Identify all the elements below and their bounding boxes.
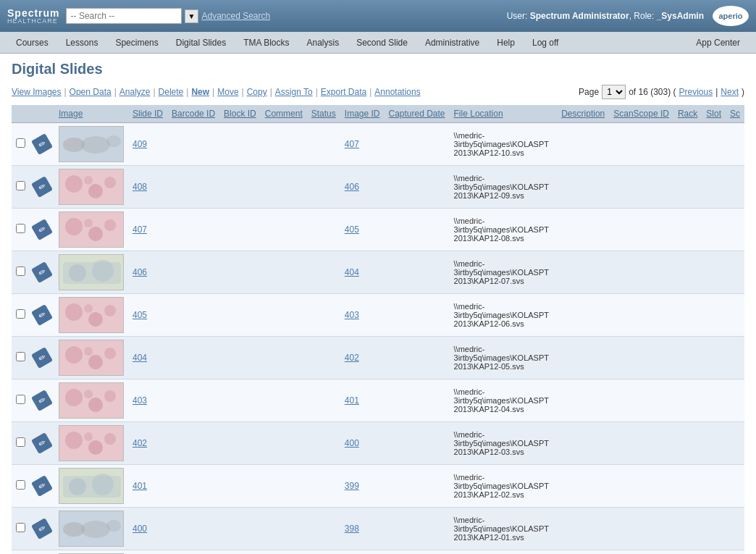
- row-thumb[interactable]: [54, 379, 128, 422]
- svg-point-29: [65, 389, 83, 406]
- row-slide-id[interactable]: 401: [128, 465, 167, 508]
- row-image-id[interactable]: 398: [340, 508, 385, 550]
- row-slide-id[interactable]: 403: [128, 379, 167, 422]
- row-image-id[interactable]: 405: [340, 209, 385, 251]
- row-thumb[interactable]: [54, 166, 128, 209]
- nav-analysis[interactable]: Analysis: [298, 33, 348, 52]
- row-image-id[interactable]: 401: [340, 379, 385, 422]
- edit-icon[interactable]: ✏: [31, 219, 53, 240]
- export-data-link[interactable]: Export Data: [321, 87, 366, 97]
- row-thumb[interactable]: [54, 508, 128, 550]
- new-link[interactable]: New: [191, 87, 209, 97]
- nav-logoff[interactable]: Log off: [524, 33, 567, 52]
- row-checkbox-input[interactable]: [16, 523, 25, 532]
- row-checkbox-input[interactable]: [16, 138, 25, 148]
- col-header-comment[interactable]: Comment: [261, 105, 307, 123]
- nav-courses[interactable]: Courses: [7, 33, 57, 52]
- row-block-id: [219, 209, 261, 251]
- col-header-image-id[interactable]: Image ID: [340, 105, 385, 123]
- analyze-link[interactable]: Analyze: [119, 87, 151, 97]
- col-header-block-id[interactable]: Block ID: [219, 105, 261, 123]
- edit-icon[interactable]: ✏: [31, 475, 53, 497]
- nav-tma-blocks[interactable]: TMA Blocks: [235, 33, 298, 52]
- previous-page-link[interactable]: Previous: [679, 87, 713, 97]
- nav-app-center[interactable]: App Center: [687, 33, 749, 52]
- row-thumb[interactable]: [54, 337, 128, 379]
- row-image-id[interactable]: 400: [340, 422, 385, 465]
- nav-specimens[interactable]: Specimens: [106, 33, 167, 52]
- nav-digital-slides[interactable]: Digital Slides: [167, 33, 235, 52]
- view-images-link[interactable]: View Images: [12, 87, 61, 97]
- row-slide-id[interactable]: 404: [128, 337, 167, 379]
- col-header-file-location[interactable]: File Location: [450, 105, 558, 123]
- copy-link[interactable]: Copy: [247, 87, 267, 97]
- row-thumb[interactable]: [54, 550, 128, 555]
- nav-second-slide[interactable]: Second Slide: [348, 33, 416, 52]
- delete-link[interactable]: Delete: [159, 87, 184, 97]
- annotations-link[interactable]: Annotations: [374, 87, 420, 97]
- row-image-id[interactable]: 403: [340, 294, 385, 337]
- edit-icon[interactable]: ✏: [31, 347, 53, 369]
- row-thumb[interactable]: [54, 251, 128, 294]
- edit-icon[interactable]: ✏: [31, 518, 53, 540]
- row-image-id[interactable]: 397: [340, 550, 385, 555]
- col-header-scanscope-id[interactable]: ScanScope ID: [609, 105, 673, 123]
- assign-to-link[interactable]: Assign To: [275, 87, 313, 97]
- move-link[interactable]: Move: [217, 87, 238, 97]
- advanced-search-link[interactable]: Advanced Search: [201, 11, 270, 21]
- search-input[interactable]: [66, 8, 182, 24]
- row-checkbox-input[interactable]: [16, 437, 25, 447]
- row-image-id[interactable]: 407: [340, 123, 385, 166]
- row-thumb[interactable]: [54, 123, 128, 166]
- edit-icon[interactable]: ✏: [31, 304, 53, 326]
- nav-administrative[interactable]: Administrative: [416, 33, 488, 52]
- edit-icon[interactable]: ✏: [31, 261, 53, 283]
- row-checkbox-input[interactable]: [16, 352, 25, 361]
- row-thumb[interactable]: [54, 209, 128, 251]
- row-slide-id[interactable]: 407: [128, 209, 167, 251]
- row-slide-id[interactable]: 406: [128, 251, 167, 294]
- row-slide-id[interactable]: 408: [128, 166, 167, 209]
- row-checkbox-input[interactable]: [16, 480, 25, 490]
- page-of: of 16 (303) (: [629, 87, 676, 97]
- row-image-id[interactable]: 399: [340, 465, 385, 508]
- row-thumb[interactable]: [54, 422, 128, 465]
- row-scanscope-id: [609, 166, 673, 209]
- col-header-sc[interactable]: Sc: [726, 105, 744, 123]
- nav-help[interactable]: Help: [488, 33, 524, 52]
- edit-icon[interactable]: ✏: [31, 390, 53, 411]
- col-header-status[interactable]: Status: [307, 105, 340, 123]
- next-page-link[interactable]: Next: [721, 87, 739, 97]
- row-slide-id[interactable]: 399: [128, 550, 167, 555]
- row-image-id[interactable]: 404: [340, 251, 385, 294]
- col-header-description[interactable]: Description: [557, 105, 609, 123]
- row-image-id[interactable]: 402: [340, 337, 385, 379]
- row-thumb[interactable]: [54, 294, 128, 337]
- edit-icon[interactable]: ✏: [31, 176, 53, 198]
- row-checkbox-input[interactable]: [16, 181, 25, 190]
- edit-icon[interactable]: ✏: [31, 432, 53, 454]
- col-header-slide-id[interactable]: Slide ID: [128, 105, 167, 123]
- search-dropdown-button[interactable]: ▼: [185, 9, 199, 23]
- row-checkbox-input[interactable]: [16, 266, 25, 276]
- row-captured-date: [384, 465, 449, 508]
- row-checkbox-input[interactable]: [16, 395, 25, 404]
- row-slide-id[interactable]: 405: [128, 294, 167, 337]
- row-slot: [702, 422, 726, 465]
- row-checkbox-input[interactable]: [16, 309, 25, 319]
- col-header-rack[interactable]: Rack: [673, 105, 702, 123]
- col-header-barcode-id[interactable]: Barcode ID: [167, 105, 219, 123]
- row-slide-id[interactable]: 402: [128, 422, 167, 465]
- row-image-id[interactable]: 406: [340, 166, 385, 209]
- col-header-slot[interactable]: Slot: [702, 105, 726, 123]
- open-data-link[interactable]: Open Data: [70, 87, 112, 97]
- col-header-image[interactable]: Image: [54, 105, 128, 123]
- page-select[interactable]: 1: [602, 85, 626, 99]
- nav-lessons[interactable]: Lessons: [57, 33, 107, 52]
- row-slide-id[interactable]: 400: [128, 508, 167, 550]
- row-slide-id[interactable]: 409: [128, 123, 167, 166]
- row-thumb[interactable]: [54, 465, 128, 508]
- edit-icon[interactable]: ✏: [31, 133, 53, 155]
- row-checkbox-input[interactable]: [16, 224, 25, 233]
- col-header-captured-date[interactable]: Captured Date: [384, 105, 449, 123]
